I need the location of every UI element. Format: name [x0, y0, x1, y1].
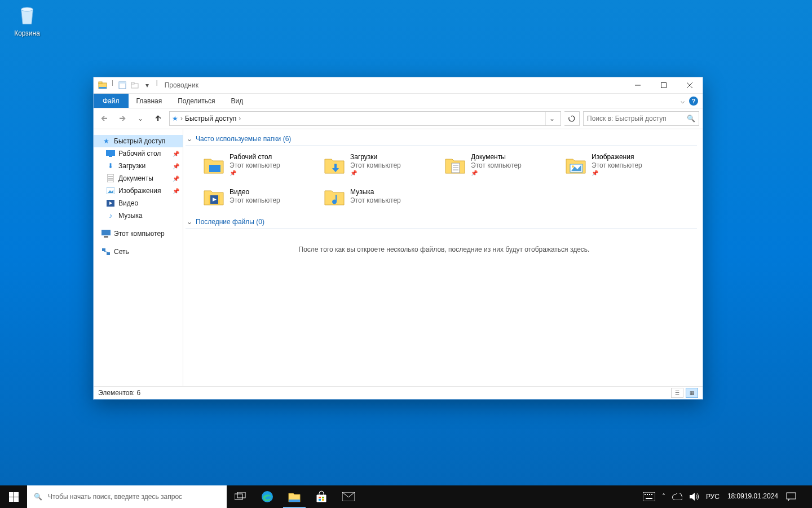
svg-rect-22	[102, 230, 111, 235]
svg-rect-56	[651, 494, 652, 495]
svg-rect-5	[119, 82, 126, 84]
taskbar: 🔍 Чтобы начать поиск, введите здесь запр…	[0, 485, 812, 508]
tray-action-center-icon[interactable]	[783, 485, 800, 508]
nav-network[interactable]: Сеть	[94, 246, 183, 258]
chevron-right-icon: ›	[239, 115, 241, 122]
svg-rect-9	[661, 83, 667, 88]
svg-rect-25	[107, 252, 110, 255]
group-recent-files[interactable]: ⌄ Последние файлы (0)	[186, 216, 697, 229]
star-icon: ★	[102, 137, 111, 146]
nav-this-pc[interactable]: Этот компьютер	[94, 227, 183, 240]
ribbon-expand-icon[interactable]: ⌵	[681, 97, 685, 105]
svg-rect-27	[209, 165, 220, 172]
search-icon: 🔍	[687, 115, 695, 122]
tab-home[interactable]: Главная	[129, 94, 170, 108]
taskbar-store[interactable]	[308, 485, 335, 508]
svg-rect-46	[289, 500, 300, 502]
svg-rect-12	[106, 150, 115, 156]
tray-show-hidden-icon[interactable]: ˄	[659, 485, 669, 508]
folder-videos[interactable]: Видео Этот компьютер	[202, 182, 321, 211]
nav-documents[interactable]: Документы 📌	[94, 172, 183, 185]
tray-input-indicator[interactable]	[639, 485, 659, 508]
search-icon: 🔍	[34, 493, 42, 501]
folder-documents-icon	[444, 154, 466, 176]
task-view-button[interactable]	[227, 485, 254, 508]
svg-rect-50	[322, 499, 324, 501]
recent-locations-icon[interactable]: ⌄	[133, 111, 148, 126]
show-desktop-button[interactable]	[800, 485, 810, 508]
svg-rect-42	[14, 497, 19, 502]
help-icon[interactable]: ?	[689, 97, 698, 106]
tray-onedrive-icon[interactable]	[669, 485, 686, 508]
content-area: ⌄ Часто используемые папки (6) Рабочий с…	[183, 129, 703, 386]
view-large-icons-button[interactable]: ▦	[686, 388, 698, 398]
nav-downloads[interactable]: ⬇ Загрузки 📌	[94, 160, 183, 172]
taskbar-explorer[interactable]	[281, 485, 308, 508]
up-button[interactable]: 🡩	[151, 111, 166, 126]
svg-point-0	[21, 7, 33, 11]
taskbar-edge[interactable]	[254, 485, 281, 508]
start-button[interactable]	[0, 485, 27, 508]
svg-point-34	[572, 165, 574, 168]
taskbar-mail[interactable]	[335, 485, 362, 508]
pin-icon: 📌	[173, 163, 179, 169]
svg-rect-55	[649, 494, 650, 495]
chevron-down-icon: ⌄	[187, 135, 192, 143]
nav-desktop[interactable]: Рабочий стол 📌	[94, 147, 183, 160]
svg-rect-41	[9, 497, 14, 502]
taskbar-search-placeholder: Чтобы начать поиск, введите здесь запрос	[48, 493, 182, 501]
back-button[interactable]: 🡨	[97, 111, 112, 126]
folder-desktop[interactable]: Рабочий стол Этот компьютер 📌	[202, 150, 321, 179]
qat-properties-icon[interactable]	[117, 80, 128, 91]
tray-clock[interactable]: 18:09 19.01.2024	[723, 485, 783, 508]
pin-icon: 📌	[471, 170, 522, 177]
svg-rect-3	[99, 87, 107, 89]
nav-pictures[interactable]: Изображения 📌	[94, 185, 183, 197]
nav-videos[interactable]: Видео	[94, 197, 183, 209]
tab-view[interactable]: Вид	[223, 94, 251, 108]
svg-rect-57	[646, 498, 652, 499]
music-icon: ♪	[106, 211, 115, 220]
address-dropdown-icon[interactable]: ⌄	[545, 112, 558, 125]
folder-music[interactable]: Музыка Этот компьютер	[323, 182, 442, 211]
quick-access-star-icon: ★	[172, 115, 178, 122]
chevron-right-icon: ›	[180, 115, 183, 122]
explorer-window: | ▾ | Проводник Файл Главная Поделиться …	[93, 77, 703, 400]
folder-pictures[interactable]: Изображения Этот компьютер 📌	[564, 150, 683, 179]
svg-rect-58	[787, 493, 796, 499]
qat-new-folder-icon[interactable]	[129, 80, 140, 91]
recent-files-empty-message: После того как вы откроете несколько фай…	[186, 229, 703, 270]
recycle-bin-label: Корзина	[6, 29, 48, 37]
nav-quick-access[interactable]: ★ Быстрый доступ	[94, 135, 183, 147]
close-button[interactable]	[677, 77, 703, 93]
svg-rect-39	[9, 492, 14, 497]
refresh-button[interactable]	[564, 111, 580, 126]
forward-button[interactable]: 🡪	[115, 111, 130, 126]
folder-documents[interactable]: Документы Этот компьютер 📌	[444, 150, 562, 179]
search-input[interactable]: Поиск в: Быстрый доступ 🔍	[583, 111, 699, 126]
svg-rect-44	[237, 492, 245, 498]
tab-share[interactable]: Поделиться	[170, 94, 223, 108]
folder-videos-icon	[202, 185, 225, 208]
svg-rect-53	[645, 494, 646, 495]
desktop-recycle-bin[interactable]: Корзина	[6, 3, 48, 37]
group-frequent-folders[interactable]: ⌄ Часто используемые папки (6)	[186, 133, 697, 146]
ribbon: Файл Главная Поделиться Вид ⌵ ?	[94, 94, 703, 108]
minimize-button[interactable]	[625, 77, 651, 93]
tray-volume-icon[interactable]	[686, 485, 703, 508]
taskbar-search[interactable]: 🔍 Чтобы начать поиск, введите здесь запр…	[27, 485, 227, 508]
svg-rect-2	[99, 82, 102, 84]
folder-downloads[interactable]: Загрузки Этот компьютер 📌	[323, 150, 442, 179]
breadcrumb[interactable]: ★ › Быстрый доступ › ⌄	[169, 111, 561, 126]
qat-dropdown-icon[interactable]: ▾	[142, 80, 153, 91]
svg-rect-37	[218, 195, 220, 204]
view-details-button[interactable]: ☰	[671, 388, 683, 398]
document-icon	[106, 174, 115, 183]
tray-language[interactable]: РУС	[703, 485, 723, 508]
folder-desktop-icon	[202, 154, 225, 176]
svg-line-26	[104, 251, 108, 252]
download-icon: ⬇	[106, 161, 115, 170]
tab-file[interactable]: Файл	[94, 94, 129, 108]
nav-music[interactable]: ♪ Музыка	[94, 209, 183, 222]
maximize-button[interactable]	[651, 77, 677, 93]
